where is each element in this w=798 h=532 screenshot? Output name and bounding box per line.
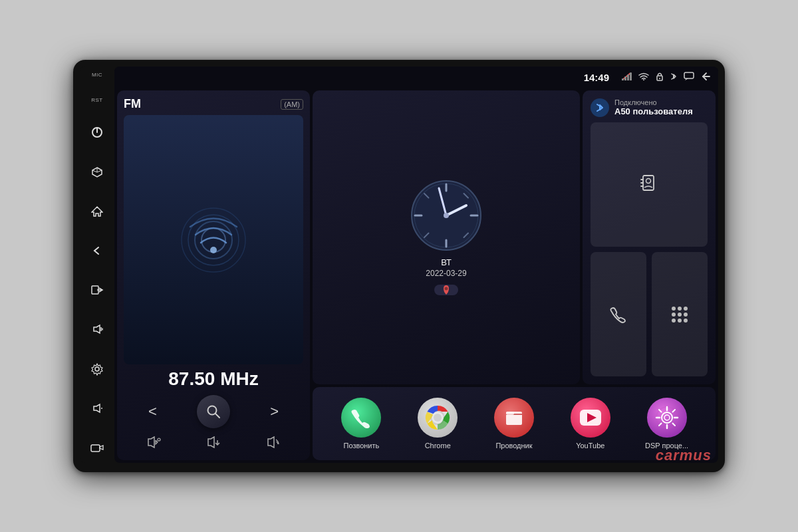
clock-day-of-week: ВТ <box>441 257 452 267</box>
settings-button[interactable] <box>86 359 108 379</box>
svg-line-79 <box>659 424 662 426</box>
cube-button[interactable] <box>86 162 108 182</box>
navigation-pin-icon <box>434 283 458 297</box>
vol-down-button[interactable] <box>86 398 108 418</box>
svg-point-70 <box>662 412 672 423</box>
bluetooth-status-icon <box>591 98 609 117</box>
exit-button[interactable] <box>86 280 108 300</box>
bluetooth-icon <box>670 72 677 83</box>
contacts-button[interactable] <box>591 122 708 247</box>
svg-point-71 <box>664 415 670 420</box>
bt-header: Подключено A50 пользователя <box>591 98 708 117</box>
fm-header: FM (AM) <box>124 97 303 111</box>
app-chrome[interactable]: Chrome <box>414 398 461 450</box>
svg-point-36 <box>158 438 160 441</box>
svg-point-32 <box>210 247 217 253</box>
power-button[interactable] <box>86 122 108 142</box>
svg-line-76 <box>659 410 662 412</box>
fm-am-label: (AM) <box>281 99 303 110</box>
svg-line-4 <box>97 170 102 172</box>
home-button[interactable] <box>86 201 108 221</box>
main-content: FM (AM) <box>114 88 718 463</box>
svg-marker-39 <box>268 437 274 448</box>
bt-text: Подключено A50 пользователя <box>614 98 693 116</box>
clock-date: 2022-03-29 <box>426 269 466 278</box>
svg-point-64 <box>434 414 442 422</box>
no-signal-icon <box>621 72 632 83</box>
right-panels: ВТ 2022-03-29 <box>313 90 716 460</box>
svg-rect-15 <box>91 445 100 452</box>
youtube-app-label: YouTube <box>576 442 604 450</box>
fm-music-download-button[interactable] <box>201 434 226 454</box>
dsp-icon-circle <box>647 398 687 438</box>
vol-up-button[interactable] <box>86 319 108 339</box>
svg-point-54 <box>445 287 448 290</box>
app-dsp[interactable]: DSP проце... <box>644 398 690 450</box>
phone-app-label: Позвонить <box>344 442 380 450</box>
svg-marker-35 <box>148 437 154 448</box>
analog-clock <box>410 179 483 252</box>
back-button[interactable] <box>86 241 108 261</box>
app-youtube[interactable]: YouTube <box>567 398 614 450</box>
back-nav-icon <box>701 72 710 82</box>
status-time: 14:49 <box>584 72 609 83</box>
files-app-label: Проводник <box>495 442 532 450</box>
fm-search-button[interactable] <box>197 395 230 428</box>
fm-bottom-controls <box>124 434 303 454</box>
lock-icon <box>656 72 664 83</box>
car-head-unit: MIC RST <box>73 60 725 472</box>
svg-point-52 <box>444 213 449 218</box>
chrome-app-label: Chrome <box>425 442 451 450</box>
youtube-icon-circle <box>571 398 610 438</box>
fm-prev-button[interactable]: < <box>139 398 166 425</box>
side-buttons-panel: MIC RST <box>80 66 114 463</box>
mic-label: MIC <box>92 72 102 78</box>
watermark: carmus <box>656 447 712 464</box>
svg-line-78 <box>672 410 675 412</box>
bluetooth-panel: Подключено A50 пользователя <box>583 90 716 384</box>
fm-next-button[interactable]: > <box>261 398 288 425</box>
svg-line-5 <box>92 170 97 172</box>
svg-rect-21 <box>630 72 632 80</box>
bt-call-actions <box>591 252 708 376</box>
fm-visual <box>124 115 303 364</box>
svg-point-12 <box>95 367 99 371</box>
svg-rect-26 <box>684 72 694 78</box>
call-button[interactable] <box>591 252 646 376</box>
svg-point-60 <box>646 178 651 183</box>
svg-marker-37 <box>208 437 214 448</box>
nav-icon-area[interactable] <box>434 283 458 297</box>
clock-panel[interactable]: ВТ 2022-03-29 <box>313 90 580 384</box>
phone-icon-circle <box>341 398 381 438</box>
wifi-icon <box>638 72 649 82</box>
svg-rect-18 <box>622 78 624 80</box>
svg-line-34 <box>215 414 219 418</box>
camera-button[interactable] <box>86 438 108 458</box>
chat-icon <box>684 72 694 82</box>
fm-frequency: 87.50 MHz <box>124 368 303 390</box>
svg-line-77 <box>672 424 675 426</box>
app-phone[interactable]: Позвонить <box>338 398 384 450</box>
dialpad-button[interactable] <box>652 252 708 376</box>
svg-rect-19 <box>624 76 626 80</box>
contacts-icon <box>640 174 658 196</box>
fm-wifi-button[interactable] <box>261 434 286 454</box>
svg-point-22 <box>643 79 644 80</box>
fm-radio-panel: FM (AM) <box>117 90 310 460</box>
svg-point-24 <box>659 78 660 79</box>
chrome-icon-circle <box>418 398 458 438</box>
main-screen: 14:49 <box>114 66 718 463</box>
fm-controls: < > <box>124 395 303 428</box>
fm-label: FM <box>124 97 141 111</box>
rst-label: RST <box>91 97 103 103</box>
app-files[interactable]: Проводник <box>491 398 537 450</box>
top-right-panels: ВТ 2022-03-29 <box>313 90 716 384</box>
svg-rect-66 <box>506 412 514 415</box>
svg-marker-13 <box>94 404 100 412</box>
fm-bluetooth-music-button[interactable] <box>141 434 166 454</box>
svg-marker-9 <box>94 325 100 333</box>
bt-actions <box>591 122 708 247</box>
fm-wave-svg <box>177 207 250 273</box>
bt-device-name: A50 пользователя <box>614 106 693 116</box>
svg-rect-20 <box>627 74 629 80</box>
